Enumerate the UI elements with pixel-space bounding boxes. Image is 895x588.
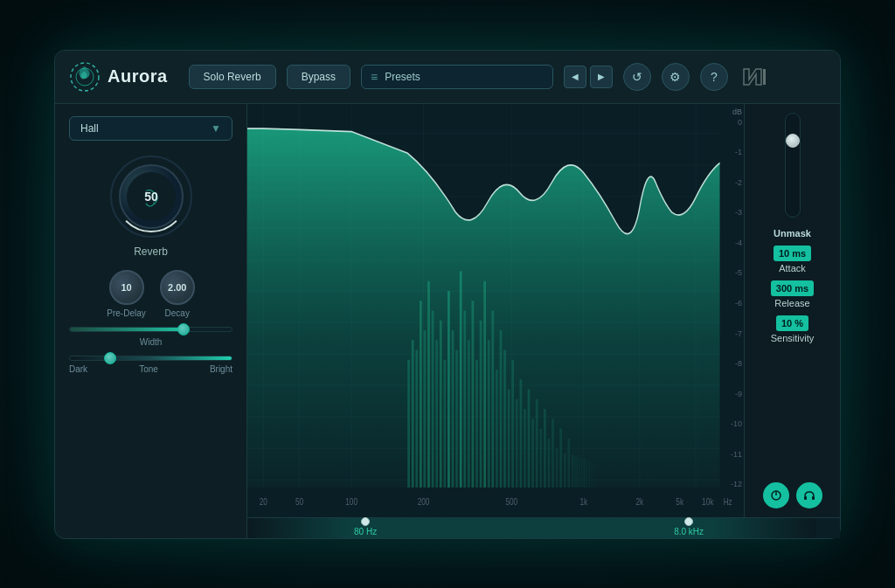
tone-bright-label: Bright (210, 364, 232, 374)
svg-text:50: 50 (295, 497, 303, 507)
native-instruments-icon (742, 67, 767, 86)
svg-text:10k: 10k (702, 497, 714, 507)
right-content: 20 50 100 200 500 1k 2k 5k 10k Hz (247, 104, 840, 538)
bottom-icons (752, 482, 833, 508)
release-value-badge[interactable]: 300 ms (771, 280, 814, 296)
left-panel: Hall ▼ 50 (55, 104, 247, 538)
header: Aurora Solo Reverb Bypass ≡ Presets ◀ ▶ … (55, 51, 840, 104)
decay-value: 2.00 (168, 282, 186, 293)
help-button[interactable]: ? (700, 63, 728, 91)
tone-center-label: Tone (139, 364, 158, 374)
svg-text:1k: 1k (579, 497, 587, 507)
svg-text:50: 50 (144, 190, 158, 204)
svg-rect-92 (804, 496, 807, 500)
attack-label: Attack (779, 263, 806, 273)
main-content: Hall ▼ 50 (55, 104, 840, 538)
room-type-dropdown[interactable]: Hall ▼ (69, 116, 232, 141)
pre-delay-group: 10 Pre-Delay (107, 270, 145, 318)
release-group: 300 ms Release (752, 280, 833, 308)
svg-text:5k: 5k (676, 497, 683, 507)
pre-delay-value: 10 (121, 282, 131, 293)
spectrum-svg: 20 50 100 200 500 1k 2k 5k 10k Hz (247, 104, 744, 517)
freq-bar: 80 Hz 8.0 kHz (247, 517, 840, 538)
unmask-label: Unmask (752, 228, 833, 239)
spectrum-area: 20 50 100 200 500 1k 2k 5k 10k Hz (247, 104, 744, 517)
right-panel: Unmask 10 ms Attack 300 ms Release 10 % … (744, 104, 840, 517)
spectrum-and-controls: 20 50 100 200 500 1k 2k 5k 10k Hz (247, 104, 840, 517)
svg-text:20: 20 (260, 497, 267, 507)
freq-handle-high-dot (684, 517, 693, 526)
freq-handle-high[interactable]: 8.0 kHz (674, 517, 704, 536)
release-label: Release (774, 298, 809, 308)
presets-area[interactable]: ≡ Presets (361, 65, 553, 89)
power-icon (770, 489, 782, 502)
pre-delay-label: Pre-Delay (107, 308, 145, 318)
presets-label: Presets (385, 71, 544, 83)
width-slider-section: Width (69, 327, 232, 347)
svg-text:100: 100 (345, 497, 357, 507)
attack-value-badge[interactable]: 10 ms (774, 246, 811, 261)
ni-logo (742, 67, 767, 86)
plugin-window: Aurora Solo Reverb Bypass ≡ Presets ◀ ▶ … (54, 50, 841, 539)
undo-button[interactable]: ↺ (623, 63, 651, 91)
freq-high-label: 8.0 kHz (674, 527, 704, 536)
next-preset-button[interactable]: ▶ (590, 66, 613, 88)
app-name: Aurora (108, 66, 168, 86)
aurora-logo-icon (69, 61, 101, 93)
small-knobs-row: 10 Pre-Delay 2.00 Decay (69, 270, 232, 318)
decay-knob[interactable]: 2.00 (160, 270, 195, 305)
headphone-button[interactable] (796, 482, 822, 508)
output-level-slider[interactable] (785, 113, 801, 218)
width-label: Width (69, 337, 232, 347)
prev-preset-button[interactable]: ◀ (564, 66, 586, 88)
freq-low-label: 80 Hz (354, 527, 377, 536)
sensitivity-group: 10 % Sensitivity (752, 315, 833, 343)
power-button[interactable] (763, 482, 789, 508)
presets-icon: ≡ (371, 70, 378, 84)
attack-group: 10 ms Attack (752, 246, 833, 273)
svg-text:200: 200 (418, 497, 430, 507)
tone-slider-track[interactable] (69, 356, 232, 361)
pre-delay-knob[interactable]: 10 (109, 270, 144, 305)
solo-reverb-button[interactable]: Solo Reverb (189, 65, 276, 89)
room-type-value: Hall (80, 122, 99, 135)
freq-handle-low[interactable]: 80 Hz (354, 517, 377, 536)
help-icon: ? (711, 70, 718, 84)
settings-icon: ⚙ (670, 70, 681, 84)
decay-group: 2.00 Decay (160, 270, 195, 318)
svg-rect-93 (812, 496, 815, 500)
reverb-label: Reverb (134, 246, 168, 258)
settings-button[interactable]: ⚙ (662, 63, 690, 91)
logo-area: Aurora (69, 61, 168, 93)
tone-slider-thumb[interactable] (104, 352, 116, 364)
reverb-knob-svg: 50 (108, 153, 195, 240)
svg-text:2k: 2k (636, 497, 644, 507)
freq-handle-low-dot (361, 517, 370, 526)
width-slider-thumb[interactable] (177, 323, 190, 336)
output-level-thumb[interactable] (786, 134, 800, 148)
svg-rect-2 (763, 69, 766, 85)
reverb-knob-area: 50 Reverb (69, 153, 232, 258)
tone-dark-label: Dark (69, 364, 87, 374)
svg-text:500: 500 (505, 497, 517, 507)
width-slider-track[interactable] (69, 327, 232, 332)
undo-icon: ↺ (632, 70, 642, 84)
sensitivity-label: Sensitivity (771, 333, 815, 343)
sensitivity-value-badge[interactable]: 10 % (776, 315, 808, 331)
freq-range-highlight (247, 518, 815, 538)
reverb-knob[interactable]: 50 (108, 153, 195, 240)
decay-label: Decay (165, 308, 190, 318)
tone-labels: Dark Tone Bright (69, 364, 232, 374)
vertical-slider-area (752, 113, 833, 218)
dropdown-arrow-icon: ▼ (211, 122, 221, 135)
bypass-button[interactable]: Bypass (287, 65, 350, 89)
tone-slider-container: Dark Tone Bright (69, 356, 232, 374)
headphone-icon (803, 489, 815, 502)
nav-arrows: ◀ ▶ (564, 66, 613, 88)
svg-text:Hz: Hz (724, 497, 732, 507)
